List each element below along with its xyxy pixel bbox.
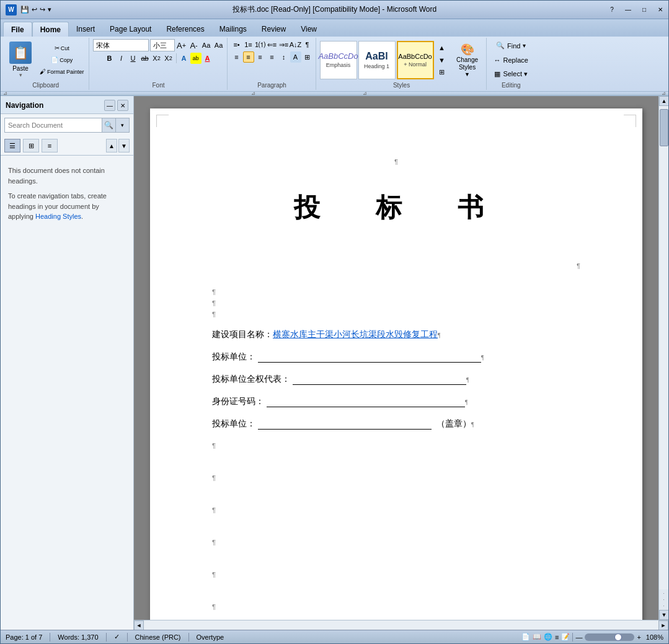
underline-button[interactable]: U (128, 53, 139, 64)
tab-view[interactable]: View (293, 22, 324, 37)
search-box: 🔍 ▾ (4, 118, 130, 133)
scroll-right-button[interactable]: ► (658, 620, 668, 630)
view-outline[interactable]: ≡ (555, 633, 559, 641)
status-sep-4 (188, 633, 189, 642)
save-icon[interactable]: 💾 (20, 6, 29, 14)
nav-pages-tab[interactable]: ⊞ (23, 139, 39, 152)
nav-minimize-button[interactable]: — (104, 100, 115, 111)
italic-button[interactable]: I (116, 53, 127, 64)
nav-headings-tab[interactable]: ☰ (4, 139, 20, 152)
view-web-layout[interactable]: 🌐 (544, 633, 552, 641)
tab-insert[interactable]: Insert (69, 22, 102, 37)
select-button[interactable]: ▦ Select ▾ (490, 68, 531, 81)
text-highlight-button[interactable]: ab (190, 53, 202, 64)
bullets-button[interactable]: ≡• (231, 39, 242, 50)
grow-font-button[interactable]: A+ (176, 40, 187, 51)
replace-button[interactable]: ↔ Replace (490, 54, 532, 66)
language[interactable]: Chinese (PRC) (135, 633, 181, 641)
multilevel-list-button[interactable]: 1⑴ (255, 39, 266, 50)
custom-quick-access-icon[interactable]: ▾ (48, 6, 51, 14)
styles-scroll-down[interactable]: ▼ (436, 55, 448, 66)
nav-next-button[interactable]: ▼ (118, 139, 130, 152)
shading-button[interactable]: A (290, 51, 301, 63)
font-size-selector[interactable]: 小三 (150, 39, 175, 51)
tab-mailings[interactable]: Mailings (212, 22, 254, 37)
h-scroll-track[interactable] (144, 620, 658, 630)
font-name-selector[interactable]: 宋体 (93, 39, 149, 51)
zoom-plus-button[interactable]: + (637, 633, 640, 641)
maximize-button[interactable]: □ (636, 1, 652, 19)
copy-button[interactable]: 📄 Copy (38, 55, 86, 66)
search-button[interactable]: 🔍 (102, 118, 115, 132)
style-normal[interactable]: AaBbCcDo + Normal (397, 41, 434, 79)
center-button[interactable]: ≡ (243, 51, 254, 63)
borders-button[interactable]: ⊞ (302, 51, 313, 63)
zoom-minus-button[interactable]: — (575, 633, 582, 641)
redo-icon[interactable]: ↪ (40, 6, 45, 14)
zoom-level[interactable]: 108% (646, 633, 663, 641)
tab-references[interactable]: References (159, 22, 211, 37)
tab-home[interactable]: Home (32, 22, 69, 37)
styles-more[interactable]: ⊞ (436, 67, 448, 78)
tab-page-layout[interactable]: Page Layout (102, 22, 159, 37)
bold-button[interactable]: B (104, 53, 115, 64)
clipboard-group: 📋 Paste ▾ ✂ Cut 📄 Copy 🖌 Format Painter … (3, 38, 89, 90)
minimize-button[interactable]: — (620, 1, 636, 19)
align-right-button[interactable]: ≡ (255, 51, 266, 63)
font-dialog-launcher[interactable]: ⊿ (134, 92, 258, 95)
view-full-screen[interactable]: 📖 (533, 633, 541, 641)
style-emphasis[interactable]: AaBbCcDo Emphasis (320, 41, 357, 79)
spell-check-icon[interactable]: ✓ (114, 633, 120, 641)
search-options-button[interactable]: ▾ (115, 118, 129, 132)
page-count: Page: 1 of 7 (6, 633, 42, 641)
scroll-left-button[interactable]: ◄ (134, 620, 144, 630)
close-button[interactable]: ✕ (652, 1, 668, 19)
justify-button[interactable]: ≡ (267, 51, 278, 63)
overtype-indicator[interactable]: Overtype (197, 633, 224, 641)
superscript-button[interactable]: X2 (163, 53, 174, 64)
change-case-button[interactable]: Aa (213, 40, 224, 51)
styles-scroll-up[interactable]: ▲ (436, 42, 448, 53)
increase-indent-button[interactable]: ⇒≡ (278, 39, 290, 50)
sort-button[interactable]: A↓Z (290, 39, 301, 50)
window-controls: ? — □ ✕ (604, 1, 668, 19)
tab-review[interactable]: Review (254, 22, 293, 37)
nav-results-tab[interactable]: ≡ (42, 139, 58, 152)
zoom-slider[interactable] (585, 633, 634, 641)
paste-button[interactable]: 📋 Paste ▾ (6, 40, 35, 79)
text-effects-button[interactable]: A (179, 53, 190, 64)
strikethrough-button[interactable]: ab (140, 53, 151, 64)
styles-dialog-launcher[interactable]: ⊿ (370, 92, 668, 95)
numbering-button[interactable]: 1≡ (243, 39, 254, 50)
subscript-button[interactable]: X2 (151, 53, 162, 64)
scroll-track[interactable] (659, 106, 668, 589)
paragraph-dialog-launcher[interactable]: ⊿ (258, 92, 370, 95)
cut-button[interactable]: ✂ Cut (38, 43, 86, 54)
shrink-font-button[interactable]: A- (188, 40, 200, 51)
font-color-button[interactable]: A (202, 53, 213, 64)
view-draft[interactable]: 📝 (561, 633, 570, 641)
search-input[interactable] (5, 120, 102, 131)
find-button[interactable]: 🔍 Find ▾ (492, 40, 529, 52)
view-print-layout[interactable]: 📄 (521, 633, 530, 641)
line-spacing-button[interactable]: ↕ (278, 51, 290, 63)
scroll-down-button[interactable]: ▼ (659, 610, 668, 620)
style-heading1[interactable]: AaBl Heading 1 (358, 41, 396, 79)
scroll-thumb[interactable] (660, 109, 668, 146)
decrease-indent-button[interactable]: ⇐≡ (267, 39, 278, 50)
nav-close-button[interactable]: ✕ (117, 100, 128, 111)
format-painter-button[interactable]: 🖌 Format Painter (38, 66, 86, 77)
tab-file[interactable]: File (3, 22, 32, 37)
clear-format-button[interactable]: Aa (201, 40, 212, 51)
nav-prev-button[interactable]: ▲ (106, 139, 117, 152)
show-marks-button[interactable]: ¶ (302, 39, 313, 50)
zoom-thumb[interactable] (614, 633, 622, 641)
help-button[interactable]: ? (604, 1, 620, 19)
change-styles-button[interactable]: 🎨 ChangeStyles ▼ (451, 40, 484, 80)
align-left-button[interactable]: ≡ (231, 51, 242, 63)
document-area[interactable]: ¶ 投 标 书 ¶ ¶ ¶ ¶ 建设项目名称： 横寨水库主干渠小河长坑渠段水毁修… (134, 96, 658, 620)
heading-styles-link[interactable]: Heading Styles (35, 213, 81, 220)
scroll-up-button[interactable]: ▲ (659, 96, 668, 106)
undo-icon[interactable]: ↩ (32, 6, 37, 14)
clipboard-dialog-launcher[interactable]: ⊿ (1, 92, 134, 95)
